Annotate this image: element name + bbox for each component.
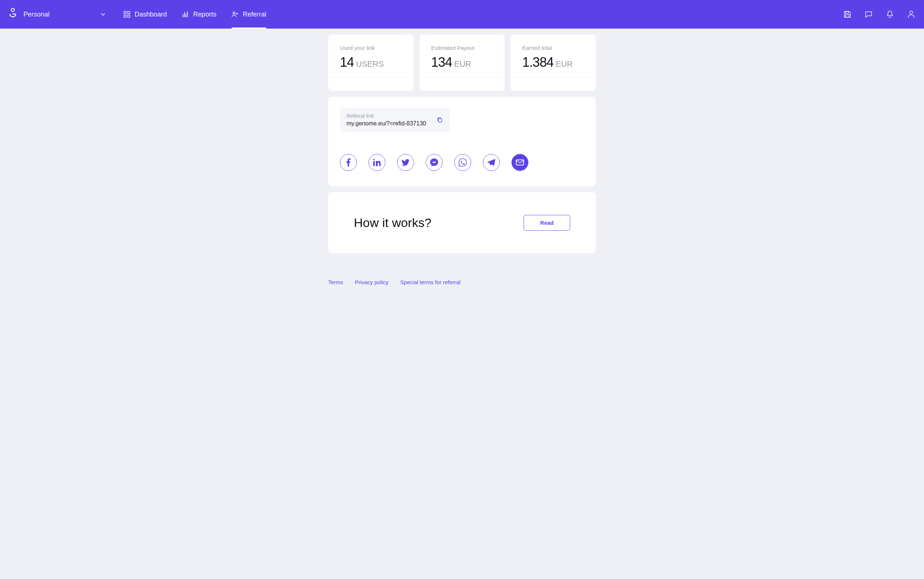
main-content: Used your link 14 USERS Estimated Payout… (328, 29, 596, 311)
stat-label: Estimated Payout (431, 45, 493, 51)
share-facebook[interactable] (340, 154, 357, 171)
stat-value: 1.384 (522, 55, 553, 70)
chat-icon[interactable] (865, 10, 873, 18)
user-icon[interactable] (907, 10, 915, 18)
svg-rect-16 (373, 161, 375, 166)
svg-rect-2 (128, 11, 130, 13)
save-icon[interactable] (843, 10, 851, 18)
nav-reports-label: Reports (193, 11, 216, 18)
stat-earned-total: Earned total 1.384 EUR (510, 34, 596, 91)
workspace-label: Personal (23, 11, 49, 18)
svg-point-14 (910, 11, 913, 14)
referral-link-label: Referral link (347, 113, 426, 119)
svg-rect-1 (124, 11, 126, 13)
svg-point-0 (11, 8, 14, 11)
reports-icon (182, 11, 189, 18)
header-actions (843, 10, 915, 18)
share-email[interactable] (512, 154, 528, 171)
svg-rect-13 (846, 15, 849, 17)
stat-value: 14 (340, 55, 354, 70)
nav-referral[interactable]: Referral (232, 0, 266, 29)
svg-rect-15 (438, 119, 442, 122)
stat-unit: EUR (556, 59, 572, 69)
stat-label: Earned total (522, 45, 584, 51)
referral-card: Referral link my.genome.eu/?=refid-83713… (328, 97, 596, 186)
footer-terms[interactable]: Terms (328, 279, 343, 285)
svg-rect-4 (128, 15, 130, 17)
svg-point-17 (373, 159, 375, 160)
how-it-works-title: How it works? (354, 216, 432, 230)
chevron-down-icon (101, 12, 105, 16)
nav-referral-label: Referral (243, 11, 266, 18)
stat-estimated-payout: Estimated Payout 134 EUR (419, 34, 505, 91)
svg-rect-3 (124, 15, 126, 17)
referral-link-box: Referral link my.genome.eu/?=refid-83713… (340, 108, 450, 132)
stat-unit: EUR (454, 59, 471, 69)
read-button[interactable]: Read (523, 215, 570, 231)
svg-point-9 (233, 12, 235, 14)
footer-links: Terms Privacy policy Special terms for r… (328, 279, 596, 285)
how-it-works-card: How it works? Read (328, 192, 596, 254)
referral-link-value: my.genome.eu/?=refid-837130 (347, 120, 426, 127)
app-header: Personal Dashboard (0, 0, 924, 29)
share-whatsapp[interactable] (454, 154, 471, 171)
stats-row: Used your link 14 USERS Estimated Payout… (328, 34, 596, 91)
main-nav: Dashboard Reports (124, 0, 266, 29)
nav-dashboard[interactable]: Dashboard (124, 0, 167, 29)
footer-privacy[interactable]: Privacy policy (355, 279, 389, 285)
logo-icon (9, 8, 17, 21)
stat-unit: USERS (356, 59, 384, 69)
svg-rect-12 (846, 11, 849, 13)
share-twitter[interactable] (397, 154, 414, 171)
share-row (340, 154, 584, 171)
stat-label: Used your link (340, 45, 402, 51)
bell-icon[interactable] (886, 10, 894, 18)
workspace-switcher[interactable]: Personal (23, 11, 105, 18)
referral-icon (232, 11, 238, 18)
share-linkedin[interactable] (368, 154, 385, 171)
nav-reports[interactable]: Reports (182, 0, 216, 29)
nav-dashboard-label: Dashboard (134, 11, 167, 18)
share-messenger[interactable] (426, 154, 443, 171)
dashboard-icon (124, 11, 130, 18)
copy-button[interactable] (436, 116, 443, 124)
footer-special[interactable]: Special terms for referral (401, 279, 461, 285)
share-telegram[interactable] (483, 154, 500, 171)
stat-used-link: Used your link 14 USERS (328, 34, 414, 91)
stat-value: 134 (431, 55, 452, 70)
